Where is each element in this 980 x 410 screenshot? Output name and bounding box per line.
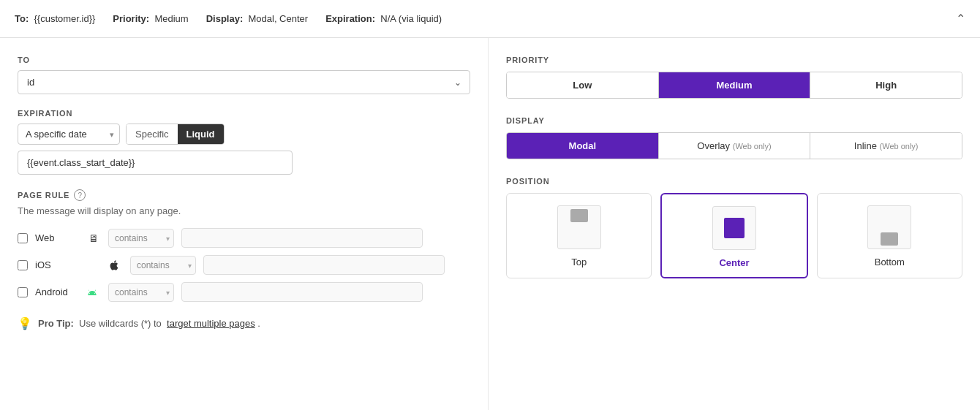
pro-tip: 💡 Pro Tip: Use wildcards (*) to target m… bbox=[18, 316, 470, 330]
web-label: Web bbox=[35, 232, 79, 243]
priority-section-label: PRIORITY bbox=[506, 56, 962, 64]
to-info: To: {{customer.id}} bbox=[15, 13, 95, 24]
ios-rule-row: iOS contains ▾ bbox=[18, 255, 470, 275]
priority-group: Low Medium High bbox=[506, 72, 962, 99]
position-top-illustration bbox=[557, 205, 601, 249]
liquid-btn[interactable]: Liquid bbox=[178, 124, 224, 144]
specific-btn[interactable]: Specific bbox=[127, 124, 178, 144]
liquid-date-input[interactable] bbox=[18, 151, 293, 175]
position-top-card[interactable]: Top bbox=[506, 193, 652, 278]
target-multiple-link[interactable]: target multiple pages bbox=[167, 318, 255, 329]
ios-checkbox[interactable] bbox=[18, 260, 28, 270]
web-url-input[interactable] bbox=[181, 228, 423, 248]
priority-info: Priority: Medium bbox=[113, 13, 188, 24]
android-label: Android bbox=[35, 286, 79, 297]
priority-medium-btn[interactable]: Medium bbox=[659, 72, 811, 98]
position-section-label: POSITION bbox=[506, 177, 962, 186]
expiration-info: Expiration: N/A (via liquid) bbox=[325, 13, 442, 24]
left-panel: TO id ⌄ EXPIRATION A specific date ▾ Spe… bbox=[0, 38, 489, 410]
web-contains-wrapper: contains ▾ bbox=[108, 229, 174, 248]
page-rule-section: PAGE RULE ? The message will display on … bbox=[18, 189, 470, 302]
position-center-illustration bbox=[712, 206, 756, 250]
web-icon: 🖥 bbox=[86, 232, 101, 244]
android-rule-row: Android contains ▾ bbox=[18, 282, 470, 302]
web-rule-row: Web 🖥 contains ▾ bbox=[18, 228, 470, 248]
display-inline-btn[interactable]: Inline (Web only) bbox=[810, 133, 962, 159]
display-modal-btn[interactable]: Modal bbox=[507, 133, 659, 159]
position-center-card[interactable]: Center bbox=[660, 193, 807, 278]
ios-url-input[interactable] bbox=[203, 255, 445, 275]
android-contains-select[interactable]: contains bbox=[108, 283, 174, 302]
to-select-wrapper: id ⌄ bbox=[18, 70, 470, 94]
page-rule-description: The message will display on any page. bbox=[18, 205, 470, 216]
priority-low-btn[interactable]: Low bbox=[507, 72, 659, 98]
position-bottom-box bbox=[881, 232, 898, 246]
apple-icon bbox=[108, 259, 120, 271]
position-bottom-label: Bottom bbox=[875, 257, 905, 267]
to-section-label: TO bbox=[18, 56, 470, 64]
android-icon bbox=[86, 286, 98, 298]
position-top-label: Top bbox=[571, 257, 587, 267]
expiration-select-wrapper: A specific date ▾ bbox=[18, 124, 120, 145]
position-bottom-card[interactable]: Bottom bbox=[817, 193, 962, 278]
to-dropdown[interactable]: id bbox=[18, 70, 470, 94]
collapse-button[interactable]: ⌃ bbox=[956, 12, 965, 26]
position-center-box bbox=[724, 218, 745, 238]
web-checkbox[interactable] bbox=[18, 233, 28, 243]
expiration-label: EXPIRATION bbox=[18, 109, 470, 118]
android-contains-wrapper: contains ▾ bbox=[108, 283, 174, 302]
position-bottom-illustration bbox=[867, 205, 911, 249]
android-url-input[interactable] bbox=[181, 282, 423, 302]
position-top-box bbox=[570, 209, 588, 222]
bulb-icon: 💡 bbox=[18, 316, 32, 330]
page-rule-header: PAGE RULE ? bbox=[18, 189, 470, 201]
position-group: Top Center Bottom bbox=[506, 193, 962, 278]
priority-high-btn[interactable]: High bbox=[810, 72, 962, 98]
expiration-controls: A specific date ▾ Specific Liquid bbox=[18, 124, 470, 145]
pro-tip-text: Pro Tip: Use wildcards (*) to target mul… bbox=[38, 318, 260, 329]
ios-contains-wrapper: contains ▾ bbox=[130, 256, 196, 275]
main-content: TO id ⌄ EXPIRATION A specific date ▾ Spe… bbox=[0, 38, 980, 410]
expiration-section: EXPIRATION A specific date ▾ Specific Li… bbox=[18, 109, 470, 175]
help-icon[interactable]: ? bbox=[74, 189, 86, 201]
display-group: Modal Overlay (Web only) Inline (Web onl… bbox=[506, 132, 962, 159]
ios-contains-select[interactable]: contains bbox=[130, 256, 196, 275]
position-center-label: Center bbox=[719, 257, 749, 268]
specific-liquid-toggle: Specific Liquid bbox=[126, 124, 225, 145]
display-section-label: DISPLAY bbox=[506, 116, 962, 125]
android-checkbox[interactable] bbox=[18, 287, 28, 297]
top-bar: To: {{customer.id}} Priority: Medium Dis… bbox=[0, 0, 980, 38]
display-overlay-btn[interactable]: Overlay (Web only) bbox=[659, 133, 811, 159]
web-contains-select[interactable]: contains bbox=[108, 229, 174, 248]
right-panel: PRIORITY Low Medium High DISPLAY Modal O… bbox=[489, 38, 980, 410]
page-rule-label: PAGE RULE bbox=[18, 191, 69, 200]
expiration-type-select[interactable]: A specific date bbox=[18, 124, 120, 145]
ios-label: iOS bbox=[35, 259, 79, 270]
display-info: Display: Modal, Center bbox=[206, 13, 308, 24]
top-bar-info: To: {{customer.id}} Priority: Medium Dis… bbox=[15, 13, 442, 24]
